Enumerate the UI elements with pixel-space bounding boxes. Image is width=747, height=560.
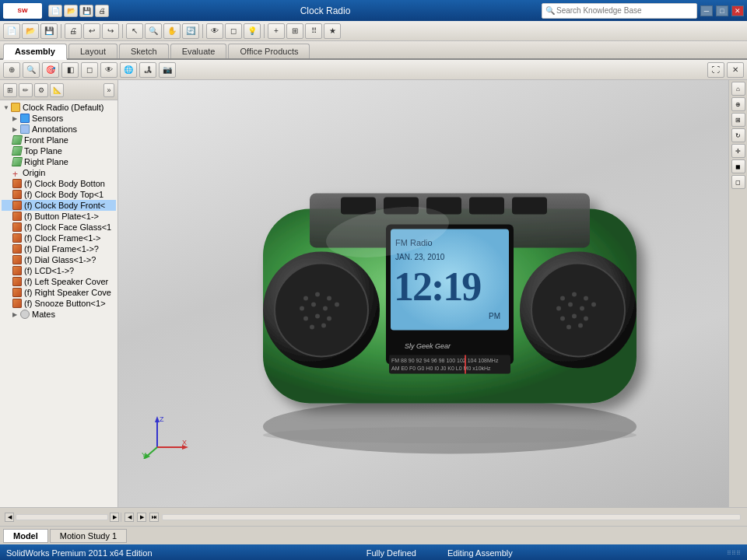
tree-item-clock-body-top[interactable]: (f) Clock Body Top<1 — [2, 189, 116, 200]
root-expand-arrow[interactable]: ▼ — [3, 104, 11, 111]
tree-item-front-plane[interactable]: Front Plane — [2, 135, 116, 145]
svg-point-33 — [584, 316, 588, 320]
hide-button[interactable]: 👁 — [100, 62, 117, 78]
svg-point-21 — [321, 323, 326, 327]
tree-item-mates[interactable]: ▶ Mates — [2, 309, 116, 320]
zoom-button[interactable]: 🔍 — [145, 23, 162, 39]
display-wireframe-button[interactable]: ◻ — [731, 175, 745, 189]
tab-layout[interactable]: Layout — [68, 44, 117, 58]
minimize-button[interactable]: ─ — [700, 5, 713, 16]
sidebar-scroll[interactable]: ◀ ▶ — [3, 513, 121, 522]
tree-item-dial-frame[interactable]: (f) Dial Frame<1->? — [2, 243, 116, 254]
pattern-button[interactable]: ⠿ — [305, 23, 322, 39]
timeline-track[interactable] — [162, 514, 741, 520]
tree-item-clock-body-front[interactable]: (f) Clock Body Front< — [2, 200, 116, 211]
tree-item-sensors[interactable]: ▶ Sensors — [2, 113, 116, 124]
home-view-button[interactable]: ⌂ — [731, 82, 745, 96]
tree-item-top-plane[interactable]: Top Plane — [2, 145, 116, 156]
new-button[interactable]: 📄 — [48, 5, 62, 17]
prev-button[interactable]: ◀ — [124, 513, 134, 522]
zoom-in-button[interactable]: 🔍 — [23, 62, 40, 78]
3d-viewport[interactable]: FM Radio JAN. 23, 2010 12:19 PM Sly Geek… — [118, 80, 728, 507]
tree-item-snooze-button[interactable]: (f) Snooze Button<1> — [2, 298, 116, 309]
maximize-viewport-button[interactable]: ⛶ — [707, 62, 724, 78]
camera-button[interactable]: 📷 — [159, 62, 176, 78]
search-input[interactable] — [556, 6, 665, 15]
save-file-button[interactable]: 💾 — [40, 23, 58, 39]
zoom-area-button[interactable]: ⊞ — [731, 113, 745, 127]
scroll-left-button[interactable]: ◀ — [5, 513, 14, 522]
section-view-button[interactable]: ◧ — [61, 62, 79, 78]
annotations-expand[interactable]: ▶ — [12, 126, 20, 133]
tree-item-dial-glass[interactable]: (f) Dial Glass<1->? — [2, 254, 116, 265]
print-button[interactable]: 🖨 — [65, 23, 82, 39]
next-button[interactable]: ⏭ — [149, 513, 159, 522]
display-button[interactable]: ◻ — [225, 23, 242, 39]
clock-body-bottom-label: (f) Clock Body Botton — [24, 179, 105, 188]
mate-button[interactable]: ⊞ — [286, 23, 303, 39]
tree-item-left-speaker[interactable]: (f) Left Speaker Cover — [2, 276, 116, 287]
maximize-button[interactable]: □ — [716, 5, 728, 16]
print-button[interactable]: 🖨 — [95, 5, 109, 17]
top-plane-icon — [12, 146, 23, 156]
rotate-view-button[interactable]: ↻ — [731, 128, 745, 142]
scroll-right-button[interactable]: ▶ — [110, 513, 119, 522]
redo-button[interactable]: ↪ — [102, 23, 119, 39]
display-style-button[interactable]: ◻ — [81, 62, 98, 78]
tree-item-button-plate[interactable]: (f) Button Plate<1-> — [2, 211, 116, 222]
insert-component-button[interactable]: + — [268, 23, 285, 39]
tree-item-lcd[interactable]: (f) LCD<1->? — [2, 265, 116, 276]
tree-item-clock-body-bottom[interactable]: (f) Clock Body Botton — [2, 178, 116, 189]
scene-button[interactable]: 🏞 — [139, 62, 156, 78]
front-plane-icon — [12, 135, 23, 145]
rotate-button[interactable]: 🔄 — [182, 23, 199, 39]
tab-evaluate[interactable]: Evaluate — [170, 44, 227, 58]
search-bar[interactable]: 🔍 — [542, 3, 697, 19]
play-button[interactable]: ▶ — [137, 513, 146, 522]
feature-manager-button[interactable]: ⊞ — [3, 83, 17, 97]
new-file-button[interactable]: 📄 — [3, 23, 20, 39]
tree-item-annotations[interactable]: ▶ Annotations — [2, 124, 116, 135]
save-button[interactable]: 💾 — [79, 5, 93, 17]
zoom-to-fit-button[interactable]: ⊕ — [3, 62, 20, 78]
property-manager-button[interactable]: ✏ — [19, 83, 33, 97]
part-icon-5 — [12, 222, 22, 232]
rendering-button[interactable]: 🌐 — [120, 62, 137, 78]
open-button[interactable]: 📂 — [64, 5, 78, 17]
pan-view-button[interactable]: ✛ — [731, 144, 745, 158]
mates-expand[interactable]: ▶ — [12, 311, 20, 318]
dim-expert-button[interactable]: 📐 — [50, 83, 64, 97]
solidworks-logo: SW — [3, 3, 42, 19]
close-button[interactable]: ✕ — [731, 5, 744, 16]
open-file-button[interactable]: 📂 — [22, 23, 39, 39]
coordinate-axes: Z X Y — [142, 412, 188, 459]
pan-button[interactable]: ✋ — [163, 23, 181, 39]
tree-item-right-speaker[interactable]: (f) Right Speaker Cove — [2, 287, 116, 298]
zoom-sheet-button[interactable]: ⊕ — [731, 97, 745, 111]
close-viewport-button[interactable]: ✕ — [727, 62, 744, 78]
assembly-features-button[interactable]: ★ — [324, 23, 341, 39]
tree-item-clock-frame[interactable]: (f) Clock Frame<1-> — [2, 233, 116, 243]
lights-button[interactable]: 💡 — [244, 23, 261, 39]
tab-motion-study[interactable]: Motion Study 1 — [50, 529, 127, 543]
scroll-track-h[interactable] — [16, 514, 108, 520]
tab-assembly[interactable]: Assembly — [3, 44, 67, 60]
tree-item-clock-face-glass[interactable]: (f) Clock Face Glass<1 — [2, 222, 116, 233]
tree-root[interactable]: ▼ Clock Radio (Default) — [2, 102, 116, 113]
undo-button[interactable]: ↩ — [83, 23, 100, 39]
tree-item-origin[interactable]: Origin — [2, 167, 116, 178]
expand-sidebar-button[interactable]: » — [103, 83, 114, 97]
view-orient-button[interactable]: 🎯 — [42, 62, 59, 78]
config-manager-button[interactable]: ⚙ — [34, 83, 48, 97]
tab-sketch[interactable]: Sketch — [119, 44, 169, 58]
svg-rect-7 — [512, 197, 547, 214]
svg-point-17 — [303, 316, 308, 320]
edition-label: SolidWorks Premium 2011 x64 Edition — [6, 548, 153, 558]
tab-model[interactable]: Model — [3, 529, 48, 543]
display-shaded-button[interactable]: ◼ — [731, 159, 745, 173]
tab-office-products[interactable]: Office Products — [228, 44, 310, 58]
sensors-expand[interactable]: ▶ — [12, 115, 20, 122]
select-button[interactable]: ↖ — [126, 23, 143, 39]
view-button[interactable]: 👁 — [206, 23, 223, 39]
tree-item-right-plane[interactable]: Right Plane — [2, 156, 116, 167]
